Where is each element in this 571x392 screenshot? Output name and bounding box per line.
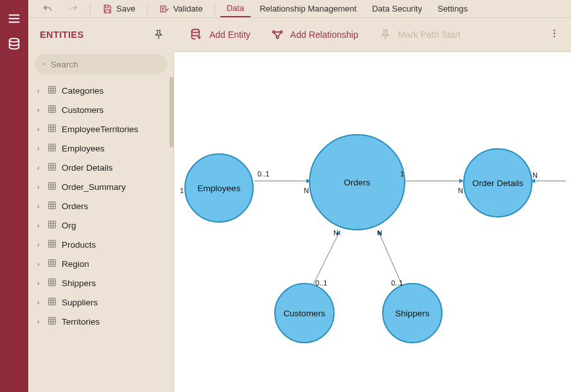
diagram-canvas[interactable]: Employees Orders Order Details Customers… [173,51,571,392]
save-button[interactable]: Save [96,0,142,17]
add-entity-button[interactable]: Add Entity [182,23,258,46]
svg-point-4 [280,31,282,33]
save-label: Save [116,4,136,13]
chevron-right-icon: › [37,260,42,268]
node-shippers[interactable]: Shippers [382,283,443,343]
entity-tree-item[interactable]: ›Territories [30,312,173,331]
table-icon [48,259,57,269]
entity-name: Orders [62,201,88,211]
separator [215,3,215,15]
table-icon [48,162,57,173]
entity-tree-item[interactable]: ›Categories [30,81,173,100]
svg-rect-16 [49,201,56,209]
svg-point-3 [272,31,274,33]
search-field[interactable] [35,54,167,74]
cardinality-label: N [532,171,538,179]
tab-settings[interactable]: Settings [431,0,474,17]
entity-tree-item[interactable]: ›Suppliers [30,293,173,312]
entity-tree-item[interactable]: ›Orders [30,196,173,216]
sidepanel-title: ENTITIES [40,30,144,40]
svg-rect-13 [49,144,56,151]
table-icon [48,239,57,250]
table-icon [48,220,57,231]
svg-rect-18 [49,240,56,247]
table-icon [48,316,57,327]
node-label: Customers [283,309,325,318]
svg-rect-15 [49,182,56,189]
table-icon [48,297,57,308]
add-relationship-label: Add Relationship [290,30,358,40]
validate-label: Validate [173,4,203,13]
add-entity-label: Add Entity [209,30,250,40]
entity-tree-item[interactable]: ›Employees [30,139,173,158]
table-icon [48,143,57,154]
entity-tree-item[interactable]: ›Products [30,235,173,254]
svg-rect-21 [49,298,56,305]
chevron-right-icon: › [37,87,42,94]
chevron-right-icon: › [37,280,42,287]
svg-point-5 [276,37,278,38]
more-menu-button[interactable] [547,28,562,41]
mark-path-start-label: Mark Path Start [398,30,461,40]
table-icon [48,105,57,115]
entity-tree-item[interactable]: ›Order Details [30,158,173,177]
svg-point-2 [192,30,200,33]
entity-tree-item[interactable]: ›Org [30,216,173,235]
svg-point-8 [554,35,555,37]
node-customers[interactable]: Customers [274,283,335,343]
sidepanel-header: ENTITIES [28,18,173,51]
cardinality-label: N [458,187,463,194]
add-relationship-button[interactable]: Add Relationship [263,23,366,46]
tab-label: Relationship Management [259,4,356,13]
tab-data[interactable]: Data [220,0,250,17]
svg-rect-11 [49,105,56,112]
tab-label: Settings [437,4,468,13]
tab-relationship-management[interactable]: Relationship Management [253,0,363,17]
pin-button[interactable] [144,18,173,51]
cardinality-label: N [377,229,382,237]
svg-rect-22 [49,317,56,324]
chevron-right-icon: › [37,164,42,171]
chevron-right-icon: › [37,183,42,191]
entity-name: Shippers [62,278,96,288]
node-orders[interactable]: Orders [309,134,405,230]
chevron-right-icon: › [37,203,42,210]
menu-icon[interactable] [7,12,21,26]
entity-tree: ›Categories›Customers›EmployeeTerritorie… [28,80,173,331]
redo-button[interactable] [62,0,85,17]
entity-tree-item[interactable]: ›Customers [30,100,173,119]
svg-rect-17 [49,221,56,228]
node-label: Order Details [472,178,523,188]
sidepanel: ›Categories›Customers›EmployeeTerritorie… [28,51,173,392]
table-icon [48,201,57,212]
entity-tree-item[interactable]: ›Shippers [30,273,173,293]
tab-data-security[interactable]: Data Security [365,0,428,17]
search-icon [42,59,46,69]
entity-tree-item[interactable]: ›Order_Summary [30,177,173,196]
validate-button[interactable]: Validate [153,0,209,17]
mark-path-start-button[interactable]: Mark Path Start [371,23,468,46]
cardinality-label: 1 [180,187,184,194]
node-order-details[interactable]: Order Details [463,148,532,217]
entity-tree-item[interactable]: ›EmployeeTerritories [30,119,173,139]
cardinality-label: N [333,229,338,237]
entity-name: Region [62,259,89,269]
node-employees[interactable]: Employees [184,153,254,223]
entity-tree-item[interactable]: ›Region [30,254,173,273]
undo-button[interactable] [36,0,59,17]
svg-point-7 [554,33,555,34]
entity-name: Products [62,240,96,250]
entity-name: Org [62,221,76,230]
entity-name: Territories [62,317,100,327]
node-label: Employees [198,183,241,193]
svg-rect-12 [49,124,56,132]
search-input[interactable] [51,60,159,69]
database-icon[interactable] [7,37,21,51]
svg-rect-20 [49,278,56,285]
chevron-right-icon: › [37,107,42,114]
entity-name: Order Details [62,163,113,173]
table-icon [48,278,57,289]
top-toolbar: Save Validate Data Relationship Manageme… [28,0,571,18]
table-icon [48,85,57,96]
node-label: Shippers [395,309,429,318]
